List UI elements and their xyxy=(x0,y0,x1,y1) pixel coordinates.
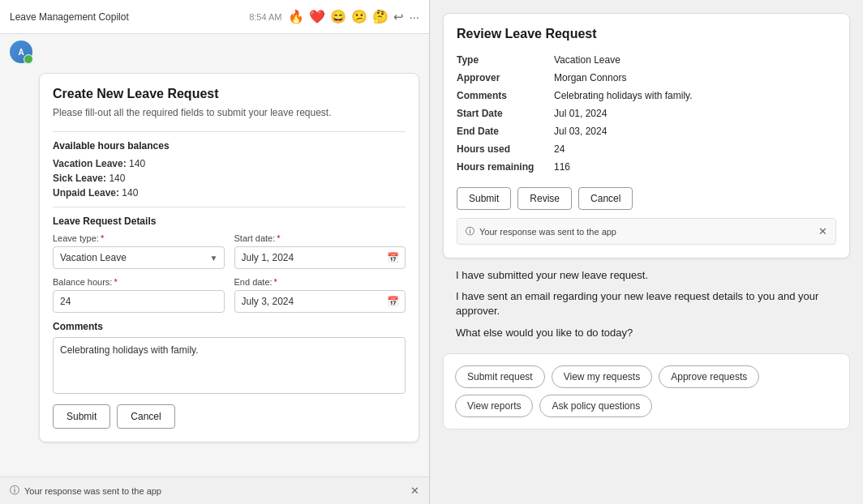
field-value-end: Jul 03, 2024 xyxy=(554,122,836,140)
quick-view-reports[interactable]: View reports xyxy=(455,395,533,417)
review-actions: Submit Revise Cancel xyxy=(457,187,836,210)
divider-2 xyxy=(53,207,406,207)
balance-hours-input[interactable] xyxy=(53,290,225,313)
field-value-approver: Morgan Connors xyxy=(554,69,836,87)
group-start-date: Start date:* 📅 xyxy=(234,233,406,269)
form-subtitle: Please fill-out all the required fields … xyxy=(53,106,406,120)
reaction-bar: 🔥 ❤️ 😄 😕 🤔 ↩ ··· xyxy=(288,9,419,24)
balances-label: Available hours balances xyxy=(53,140,406,152)
reply-icon[interactable]: ↩ xyxy=(393,10,404,24)
table-row: Hours used 24 xyxy=(457,140,836,158)
field-key-hours-used: Hours used xyxy=(457,140,554,158)
review-card: Review Leave Request Type Vacation Leave… xyxy=(443,13,850,258)
chat-title: Leave Management Copilot xyxy=(10,11,243,23)
notification-close-left[interactable]: ✕ xyxy=(410,485,419,497)
fire-emoji[interactable]: 🔥 xyxy=(288,9,304,24)
group-end-date: End date:* 📅 xyxy=(234,277,406,313)
start-date-wrapper: 📅 xyxy=(234,246,406,269)
details-label: Leave Request Details xyxy=(53,216,406,227)
review-cancel-button[interactable]: Cancel xyxy=(578,187,633,210)
table-row: Approver Morgan Connors xyxy=(457,69,836,87)
quick-approve-requests[interactable]: Approve requests xyxy=(659,365,759,388)
group-leave-type: Leave type:* Vacation Leave Sick Leave U… xyxy=(53,233,225,269)
create-leave-form: Create New Leave Request Please fill-out… xyxy=(39,73,419,442)
unpaid-balance: Unpaid Leave: 140 xyxy=(53,187,406,199)
chat-content: A Create New Leave Request Please fill-o… xyxy=(0,34,429,476)
confused-emoji[interactable]: 😕 xyxy=(351,9,367,24)
more-icon[interactable]: ··· xyxy=(409,10,419,23)
info-icon-right: ⓘ xyxy=(466,225,474,237)
review-response-bar: ⓘ Your response was sent to the app ✕ xyxy=(457,218,836,245)
field-key-end: End Date xyxy=(457,122,554,140)
form-actions: Submit Cancel xyxy=(53,404,406,429)
end-date-input[interactable] xyxy=(234,290,406,313)
chat-messages: I have submitted your new leave request.… xyxy=(443,268,850,347)
form-cancel-button[interactable]: Cancel xyxy=(117,404,174,429)
balance-hours-label: Balance hours:* xyxy=(53,277,225,287)
thinking-emoji[interactable]: 🤔 xyxy=(372,9,389,24)
field-value-start: Jul 01, 2024 xyxy=(554,105,836,122)
field-value-hours-used: 24 xyxy=(554,140,836,158)
right-notification-text: Your response was sent to the app xyxy=(479,227,616,237)
avatar-row: A xyxy=(0,34,429,70)
quick-submit-request[interactable]: Submit request xyxy=(455,365,545,388)
form-submit-button[interactable]: Submit xyxy=(53,404,110,429)
divider-1 xyxy=(53,131,406,132)
field-value-type: Vacation Leave xyxy=(554,51,836,69)
table-row: Start Date Jul 01, 2024 xyxy=(457,105,836,122)
avatar: A xyxy=(10,41,32,63)
response-bar-close[interactable]: ✕ xyxy=(818,225,827,237)
message-3: What else would you like to do today? xyxy=(456,326,837,340)
info-icon-left: ⓘ xyxy=(10,484,19,498)
left-notification-text: Your response was sent to the app xyxy=(24,486,161,496)
quick-actions-card: Submit request View my requests Approve … xyxy=(443,353,850,429)
quick-ask-policy[interactable]: Ask policy questions xyxy=(539,395,652,417)
group-balance-hours: Balance hours:* xyxy=(53,277,225,313)
right-panel: Review Leave Request Type Vacation Leave… xyxy=(430,0,863,504)
field-key-approver: Approver xyxy=(457,69,554,87)
comments-section-label: Comments xyxy=(53,321,406,332)
end-date-wrapper: 📅 xyxy=(234,290,406,313)
table-row: Comments Celebrating holidays with famil… xyxy=(457,87,836,105)
sick-balance: Sick Leave: 140 xyxy=(53,173,406,184)
field-value-hours-remaining: 116 xyxy=(554,158,836,176)
field-key-start: Start Date xyxy=(457,105,554,122)
leave-type-select[interactable]: Vacation Leave Sick Leave Unpaid Leave xyxy=(53,246,225,269)
vacation-balance: Vacation Leave: 140 xyxy=(53,158,406,169)
field-key-hours-remaining: Hours remaining xyxy=(457,158,554,176)
start-date-label: Start date:* xyxy=(234,233,406,243)
left-notification-bar: ⓘ Your response was sent to the app ✕ xyxy=(0,476,429,504)
left-panel: Leave Management Copilot 8:54 AM 🔥 ❤️ 😄 … xyxy=(0,0,430,504)
review-title: Review Leave Request xyxy=(457,27,836,41)
row-hours-enddate: Balance hours:* End date:* 📅 xyxy=(53,277,406,313)
quick-view-my-requests[interactable]: View my requests xyxy=(552,365,652,388)
table-row: End Date Jul 03, 2024 xyxy=(457,122,836,140)
message-2: I have sent an email regarding your new … xyxy=(456,289,837,318)
review-submit-button[interactable]: Submit xyxy=(457,187,511,210)
start-date-input[interactable] xyxy=(234,246,406,269)
message-1: I have submitted your new leave request. xyxy=(456,268,837,283)
chat-header: Leave Management Copilot 8:54 AM 🔥 ❤️ 😄 … xyxy=(0,0,429,34)
comments-textarea[interactable]: Celebrating holidays with family. xyxy=(53,337,406,394)
leave-type-label: Leave type:* xyxy=(53,233,225,243)
field-key-type: Type xyxy=(457,51,554,69)
form-title: Create New Leave Request xyxy=(53,87,406,101)
heart-emoji[interactable]: ❤️ xyxy=(309,9,325,24)
end-date-label: End date:* xyxy=(234,277,406,287)
row-type-startdate: Leave type:* Vacation Leave Sick Leave U… xyxy=(53,233,406,269)
field-key-comments: Comments xyxy=(457,87,554,105)
chat-time: 8:54 AM xyxy=(249,12,281,22)
grin-emoji[interactable]: 😄 xyxy=(330,9,346,24)
leave-type-select-wrapper[interactable]: Vacation Leave Sick Leave Unpaid Leave ▼ xyxy=(53,246,225,269)
quick-actions-grid: Submit request View my requests Approve … xyxy=(455,365,838,417)
field-value-comments: Celebrating holidays with family. xyxy=(554,87,836,105)
table-row: Hours remaining 116 xyxy=(457,158,836,176)
review-revise-button[interactable]: Revise xyxy=(517,187,572,210)
review-table: Type Vacation Leave Approver Morgan Conn… xyxy=(457,51,836,176)
table-row: Type Vacation Leave xyxy=(457,51,836,69)
